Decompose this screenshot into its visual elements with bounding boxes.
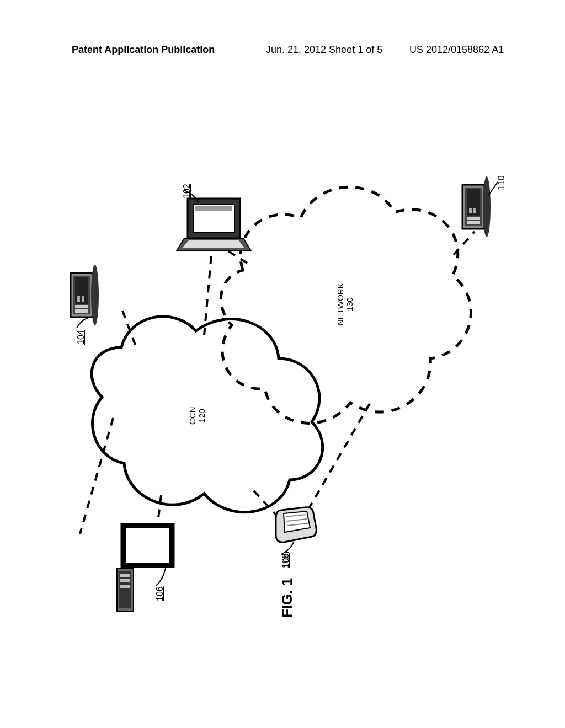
desktop-ref: 106 — [155, 586, 165, 601]
header-center: Jun. 21, 2012 Sheet 1 of 5 — [266, 44, 382, 56]
figure-overall-ref: 100 — [281, 552, 293, 568]
svg-rect-19 — [82, 296, 84, 302]
svg-rect-18 — [77, 296, 80, 302]
svg-rect-33 — [120, 574, 130, 577]
server-right-icon — [462, 176, 491, 237]
header-right: US 2012/0158862 A1 — [409, 44, 504, 56]
svg-rect-23 — [467, 221, 480, 224]
svg-rect-10 — [195, 206, 232, 211]
svg-rect-27 — [473, 208, 476, 213]
laptop-icon — [177, 199, 251, 251]
server-left-icon — [71, 265, 99, 325]
ccn-cloud — [92, 317, 322, 512]
header-left: Patent Application Publication — [72, 44, 215, 56]
svg-rect-30 — [126, 528, 169, 563]
svg-rect-34 — [120, 579, 130, 582]
svg-rect-35 — [120, 585, 130, 588]
network-label: NETWORK — [335, 283, 345, 325]
figure-caption: FIG. 1 — [279, 618, 318, 635]
svg-rect-15 — [75, 309, 88, 313]
svg-rect-24 — [467, 217, 480, 220]
laptop-ref: 102 — [182, 184, 192, 199]
svg-point-28 — [483, 176, 491, 237]
svg-rect-26 — [469, 208, 472, 213]
server-right-ref: 110 — [497, 175, 507, 190]
network-ref: 130 — [345, 297, 354, 311]
figure-caption-text: FIG. 1 — [279, 578, 296, 618]
server-left-ref: 104 — [76, 330, 86, 345]
ccn-label: CCN — [188, 407, 197, 425]
page-header: Patent Application Publication Jun. 21, … — [0, 44, 565, 66]
svg-line-7 — [454, 232, 475, 255]
ccn-label-block: CCN 120 — [188, 407, 206, 425]
figure-canvas: 102 104 106 108 110 CCN 120 NETWORK 130 … — [0, 83, 565, 634]
svg-marker-12 — [182, 240, 244, 248]
ccn-ref: 120 — [197, 409, 206, 422]
handheld-icon — [276, 507, 316, 543]
desktop-icon — [117, 524, 174, 611]
svg-rect-16 — [75, 305, 88, 308]
svg-point-20 — [91, 265, 99, 325]
network-label-block: NETWORK 130 — [335, 283, 354, 325]
